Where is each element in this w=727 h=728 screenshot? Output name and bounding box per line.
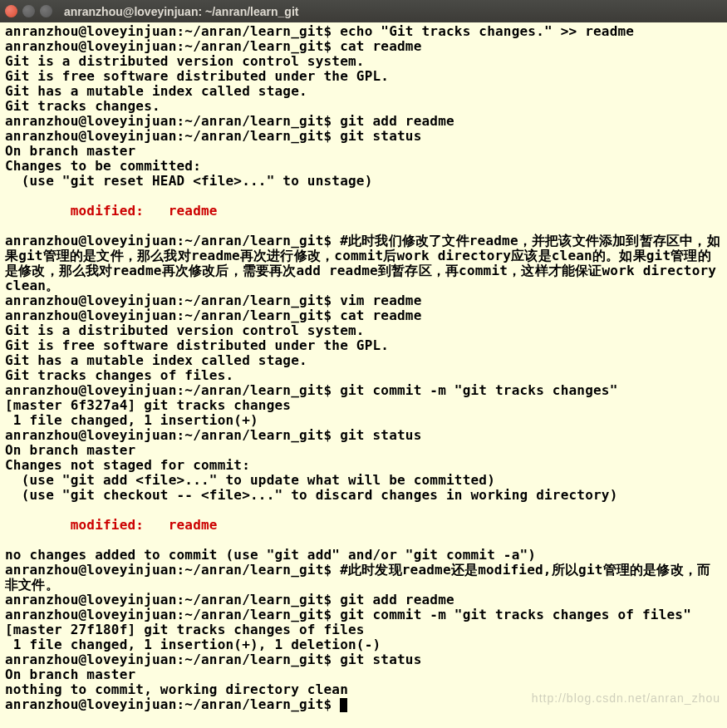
watermark-text: http://blog.csdn.net/anran_zhou [532,691,720,705]
command-text: vim readme [340,293,421,308]
terminal-command-line: anranzhou@loveyinjuan:~/anran/learn_git$… [5,652,722,667]
terminal-output-line: Changes to be committed: [5,159,722,174]
terminal-command-line: anranzhou@loveyinjuan:~/anran/learn_git$… [5,129,722,144]
terminal-output-line: Git is a distributed version control sys… [5,323,722,338]
terminal-command-line: anranzhou@loveyinjuan:~/anran/learn_git$… [5,234,722,293]
shell-prompt: anranzhou@loveyinjuan:~/anran/learn_git$ [5,652,340,667]
terminal-command-line: anranzhou@loveyinjuan:~/anran/learn_git$… [5,39,722,54]
terminal-output-line: [master 27f180f] git tracks changes of f… [5,622,722,637]
terminal-output-line: On branch master [5,144,722,159]
shell-prompt: anranzhou@loveyinjuan:~/anran/learn_git$ [5,607,340,622]
terminal-output-line: Git has a mutable index called stage. [5,353,722,368]
shell-prompt: anranzhou@loveyinjuan:~/anran/learn_git$ [5,233,340,248]
shell-prompt: anranzhou@loveyinjuan:~/anran/learn_git$ [5,592,340,607]
terminal-command-line: anranzhou@loveyinjuan:~/anran/learn_git$… [5,428,722,443]
terminal-command-line: anranzhou@loveyinjuan:~/anran/learn_git$… [5,293,722,308]
terminal-output-line: Git is a distributed version control sys… [5,54,722,69]
terminal-output-line: Git is free software distributed under t… [5,69,722,84]
maximize-icon[interactable] [40,5,52,17]
terminal-output-line: (use "git reset HEAD <file>..." to unsta… [5,174,722,189]
blank-line [5,503,722,518]
terminal-output-line: On branch master [5,667,722,682]
minimize-icon[interactable] [22,5,35,17]
terminal-command-line: anranzhou@loveyinjuan:~/anran/learn_git$… [5,308,722,323]
cursor-icon [340,698,347,712]
terminal-command-line: anranzhou@loveyinjuan:~/anran/learn_git$… [5,563,722,593]
terminal-output-line: no changes added to commit (use "git add… [5,548,722,563]
command-text: git commit -m "git tracks changes" [340,382,617,398]
shell-prompt: anranzhou@loveyinjuan:~/anran/learn_git$ [5,38,340,54]
terminal-command-line: anranzhou@loveyinjuan:~/anran/learn_git$… [5,593,722,607]
command-text: git add readme [340,113,454,129]
command-text: cat readme [340,38,421,54]
shell-prompt: anranzhou@loveyinjuan:~/anran/learn_git$ [5,427,340,443]
terminal-output-line: (use "git checkout -- <file>..." to disc… [5,488,722,503]
terminal-output-line: Changes not staged for commit: [5,458,722,473]
terminal-output-line: Git tracks changes. [5,99,722,114]
shell-prompt: anranzhou@loveyinjuan:~/anran/learn_git$ [5,696,340,712]
command-text: git status [340,427,421,443]
shell-prompt: anranzhou@loveyinjuan:~/anran/learn_git$ [5,382,340,398]
command-text: git add readme [340,592,454,607]
close-icon[interactable] [5,5,17,17]
terminal-output-line: On branch master [5,443,722,458]
command-text: git status [340,128,421,144]
window-title: anranzhou@loveyinjuan: ~/anran/learn_git [64,5,298,18]
command-text: git commit -m "git tracks changes of fil… [340,607,691,622]
window-titlebar: anranzhou@loveyinjuan: ~/anran/learn_git [0,0,727,22]
shell-prompt: anranzhou@loveyinjuan:~/anran/learn_git$ [5,293,340,308]
terminal-command-line: anranzhou@loveyinjuan:~/anran/learn_git$… [5,114,722,129]
terminal-output-line: [master 6f327a4] git tracks changes [5,398,722,413]
shell-prompt: anranzhou@loveyinjuan:~/anran/learn_git$ [5,113,340,129]
command-text: echo "Git tracks changes." >> readme [340,23,634,39]
terminal-output[interactable]: anranzhou@loveyinjuan:~/anran/learn_git$… [0,22,727,714]
shell-prompt: anranzhou@loveyinjuan:~/anran/learn_git$ [5,23,340,39]
terminal-output-line: (use "git add <file>..." to update what … [5,473,722,488]
blank-line [5,189,722,204]
blank-line [5,219,722,234]
terminal-command-line: anranzhou@loveyinjuan:~/anran/learn_git$… [5,607,722,622]
shell-prompt: anranzhou@loveyinjuan:~/anran/learn_git$ [5,307,340,323]
terminal-output-line: Git is free software distributed under t… [5,338,722,353]
terminal-output-line: 1 file changed, 1 insertion(+) [5,413,722,428]
terminal-output-line: Git tracks changes of files. [5,368,722,383]
terminal-command-line: anranzhou@loveyinjuan:~/anran/learn_git$… [5,24,722,39]
terminal-command-line: anranzhou@loveyinjuan:~/anran/learn_git$… [5,383,722,398]
command-text: cat readme [340,307,421,323]
git-status-modified: modified: readme [5,518,722,533]
blank-line [5,533,722,548]
terminal-output-line: 1 file changed, 1 insertion(+), 1 deleti… [5,637,722,652]
shell-prompt: anranzhou@loveyinjuan:~/anran/learn_git$ [5,128,340,144]
command-text: git status [340,652,421,667]
shell-prompt: anranzhou@loveyinjuan:~/anran/learn_git$ [5,562,340,578]
terminal-output-line: Git has a mutable index called stage. [5,84,722,99]
git-status-modified: modified: readme [5,204,722,219]
